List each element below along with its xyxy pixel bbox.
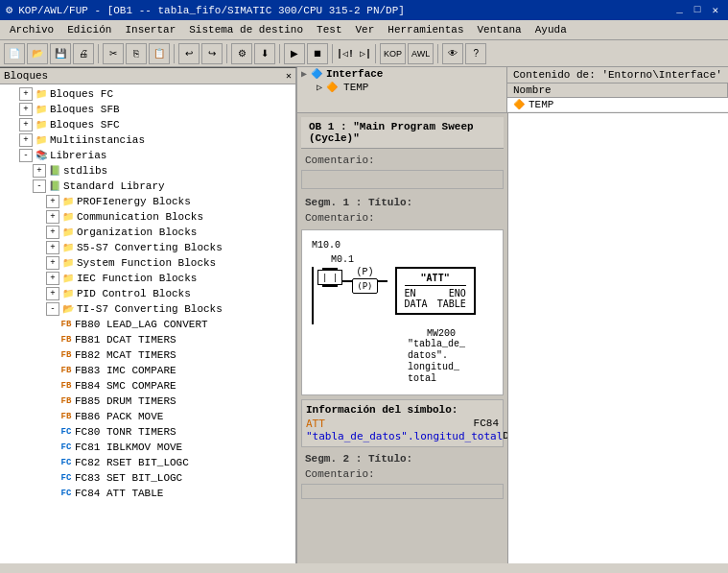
expander-iec-function[interactable]: + <box>46 272 59 285</box>
label-fb81: FB81 DCAT TIMERS <box>75 334 176 346</box>
tree-node-profienergy[interactable]: + 📁 PROFIenergy Blocks <box>0 194 295 209</box>
menu-insertar[interactable]: Insertar <box>119 22 181 37</box>
comment-box-2[interactable] <box>301 484 504 499</box>
cut-btn[interactable]: ✂ <box>103 43 124 64</box>
tree-node-multiinstancias[interactable]: + 📁 Multiinstancias <box>0 132 295 148</box>
help-btn[interactable]: ? <box>465 43 486 64</box>
tree-node-stdlibs[interactable]: + 📗 stdlibs <box>0 163 295 179</box>
expander-s5s7[interactable]: + <box>46 241 59 254</box>
segm1-label: Segm. 1 : Título: <box>301 195 504 210</box>
tree-node-fb82[interactable]: FB FB82 MCAT TIMERS <box>0 347 295 363</box>
tree-node-fc82[interactable]: FC FC82 RSET BIT_LOGC <box>0 455 295 470</box>
menu-herramientas[interactable]: Herramientas <box>382 22 469 37</box>
expander-librerias[interactable]: - <box>19 149 33 162</box>
tree-node-organization[interactable]: + 📁 Organization Blocks <box>0 225 295 240</box>
undo-btn[interactable]: ↩ <box>178 43 200 64</box>
interface-expand-icon: 🔷 <box>311 68 322 80</box>
contenido-label: Contenido de: 'Entorno\Interface' <box>507 67 728 84</box>
folder-icon-ti-s7: 📂 <box>61 302 75 316</box>
kop-btn[interactable]: KOP <box>380 43 406 64</box>
tree-node-pid-control[interactable]: + 📁 PID Control Blocks <box>0 286 295 301</box>
tree-node-fb86[interactable]: FB FB86 PACK MOVE <box>0 409 295 424</box>
folder-icon-bloques-fc: 📁 <box>35 87 48 101</box>
monitor-btn[interactable]: 👁 <box>442 43 463 64</box>
menu-sistema[interactable]: Sistema de destino <box>183 22 309 37</box>
tree-node-fb84[interactable]: FB FB84 SMC COMPARE <box>0 378 295 394</box>
tree-header: Bloques ✕ <box>0 68 295 84</box>
menu-archivo[interactable]: Archivo <box>4 22 59 37</box>
label-librerias: Librerias <box>50 150 106 161</box>
expander-bloques-sfb[interactable]: + <box>19 103 33 116</box>
tree-node-fc83[interactable]: FC FC83 SET BIT_LOGC <box>0 470 295 486</box>
expander-bloques-sfc[interactable]: + <box>19 118 33 131</box>
folder-icon-communication: 📁 <box>61 210 75 224</box>
tree-node-librerias[interactable]: - 📚 Librerias <box>0 148 295 163</box>
run-btn[interactable]: ▶ <box>284 43 305 64</box>
icon-fb85: FB <box>59 394 73 408</box>
expander-standard-library[interactable]: - <box>33 179 46 193</box>
new-btn[interactable]: 📄 <box>4 43 25 64</box>
ladder-diagram[interactable]: M10.0 M0.1 | | <box>301 229 504 395</box>
tree-node-standard-library[interactable]: - 📗 Standard Library <box>0 179 295 194</box>
redo-btn[interactable]: ↪ <box>201 43 223 64</box>
save-btn[interactable]: 💾 <box>50 43 71 64</box>
comment-box-1[interactable] <box>301 170 504 189</box>
expander-bloques-fc[interactable]: + <box>19 87 33 101</box>
maximize-btn[interactable]: □ <box>691 4 705 16</box>
compile-btn[interactable]: ⚙ <box>231 43 252 64</box>
folder-icon-system-function: 📁 <box>61 256 75 270</box>
expander-communication[interactable]: + <box>46 210 59 224</box>
menu-ayuda[interactable]: Ayuda <box>529 22 573 37</box>
tree-node-communication[interactable]: + 📁 Communication Blocks <box>0 209 295 225</box>
expander-system-function[interactable]: + <box>46 256 59 270</box>
icon-fc82: FC <box>59 456 73 469</box>
label-iec-function: IEC Function Blocks <box>77 273 197 284</box>
coil-p: (P) (P) <box>352 267 377 294</box>
tree-node-iec-function[interactable]: + 📁 IEC Function Blocks <box>0 271 295 286</box>
menu-ventana[interactable]: Ventana <box>472 22 528 37</box>
tree-node-fc80[interactable]: FC FC80 TONR TIMERS <box>0 424 295 440</box>
expander-organization[interactable]: + <box>46 226 59 239</box>
awl-btn[interactable]: AWL <box>408 43 434 64</box>
print-btn[interactable]: 🖨 <box>73 43 94 64</box>
download-btn[interactable]: ⬇ <box>254 43 275 64</box>
tree-node-fb85[interactable]: FB FB85 DRUM TIMERS <box>0 394 295 409</box>
menu-ver[interactable]: Ver <box>349 22 380 37</box>
expander-ti-s7[interactable]: - <box>46 302 59 316</box>
stop-btn[interactable]: ⏹ <box>307 43 328 64</box>
tree-node-s5s7[interactable]: + 📁 S5-S7 Converting Blocks <box>0 240 295 255</box>
copy-btn[interactable]: ⎘ <box>126 43 147 64</box>
expander-multiinstancias[interactable]: + <box>19 133 33 147</box>
expander-profienergy[interactable]: + <box>46 195 59 208</box>
tree-content: + 📁 Bloques FC + 📁 Bloques SFB + 📁 Bloqu… <box>0 84 295 503</box>
tree-node-ti-s7[interactable]: - 📂 TI-S7 Converting Blocks <box>0 301 295 317</box>
icon-fc81: FC <box>59 441 73 454</box>
tree-node-fc81[interactable]: FC FC81 IBLKMOV MOVE <box>0 440 295 455</box>
close-btn[interactable]: ✕ <box>708 4 722 16</box>
label-fb82: FB82 MCAT TIMERS <box>75 349 176 361</box>
paste-btn[interactable]: 📋 <box>149 43 170 64</box>
tree-node-bloques-sfb[interactable]: + 📁 Bloques SFB <box>0 102 295 117</box>
tree-node-bloques-fc[interactable]: + 📁 Bloques FC <box>0 86 295 102</box>
tree-node-bloques-sfc[interactable]: + 📁 Bloques SFC <box>0 117 295 132</box>
tree-node-fb83[interactable]: FB FB83 IMC COMPARE <box>0 363 295 378</box>
tree-node-fb80[interactable]: FB FB80 LEAD_LAG CONVERT <box>0 317 295 332</box>
label-fb84: FB84 SMC COMPARE <box>75 380 176 392</box>
folder-icon-bloques-sfb: 📁 <box>35 103 48 116</box>
tree-node-fc84[interactable]: FC FC84 ATT TABLE <box>0 486 295 501</box>
open-btn[interactable]: 📂 <box>27 43 48 64</box>
temp-label: TEMP <box>343 82 368 93</box>
label-fb83: FB83 IMC COMPARE <box>75 365 176 376</box>
expander-stdlibs[interactable]: + <box>33 164 46 178</box>
menu-edicion[interactable]: Edición <box>61 22 117 37</box>
label-ti-s7: TI-S7 Converting Blocks <box>77 303 223 315</box>
expander-pid-control[interactable]: + <box>46 287 59 300</box>
menu-test[interactable]: Test <box>311 22 347 37</box>
tree-node-system-function[interactable]: + 📁 System Function Blocks <box>0 255 295 271</box>
main-editor[interactable]: OB 1 : "Main Program Sweep (Cycle)" Come… <box>297 113 507 563</box>
tree-node-fb81[interactable]: FB FB81 DCAT TIMERS <box>0 332 295 347</box>
minimize-btn[interactable]: _ <box>672 4 687 16</box>
label-fc83: FC83 SET BIT_LOGC <box>75 472 182 484</box>
func-en-row: EN ENO <box>405 288 466 298</box>
tree-close-btn[interactable]: ✕ <box>286 70 292 82</box>
